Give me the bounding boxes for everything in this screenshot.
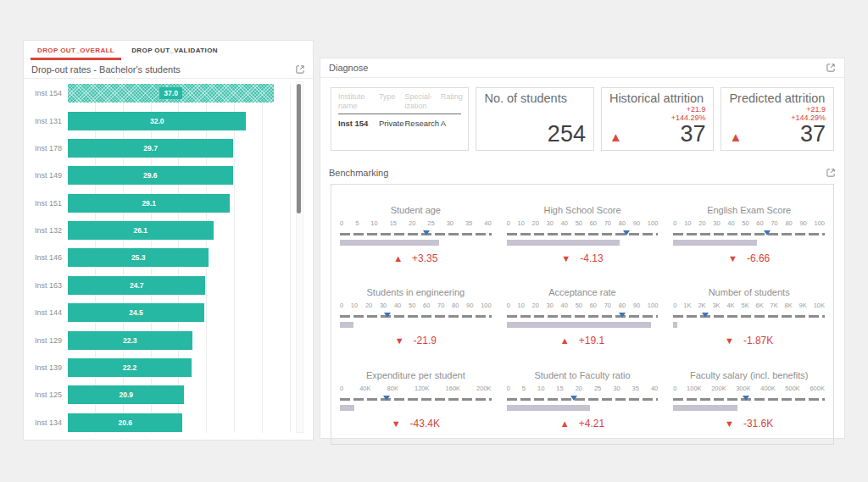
- gauge-tick-label: 30: [613, 385, 620, 392]
- bar-track: 26.1: [68, 221, 291, 240]
- tab-drop-out-validation[interactable]: DROP OUT_VALIDATION: [123, 41, 226, 60]
- gauge-tick-label: 30: [713, 219, 720, 227]
- bar-row: Inst 14625.3: [24, 247, 291, 268]
- bar-inst-151[interactable]: 29.1: [68, 194, 230, 213]
- report-tabs: DROP OUT_OVERALL DROP OUT_VALIDATION: [24, 41, 313, 60]
- bar-track: 25.3: [68, 248, 291, 267]
- gauge-tick-label: 100: [814, 219, 825, 227]
- gauge-tick-label: 30: [447, 219, 453, 227]
- bar-inst-129[interactable]: 22.3: [68, 331, 192, 350]
- gauge-tick-label: 0: [507, 219, 510, 227]
- gauge-title: Student to Faculty ratio: [507, 370, 659, 380]
- gauge-range-dashed-line: [673, 315, 825, 318]
- bar-inst-132[interactable]: 26.1: [68, 221, 214, 240]
- bar-inst-163[interactable]: 24.7: [68, 276, 205, 295]
- gauge-axis-ticks: 0102030405060708090100: [507, 302, 659, 309]
- gauge-tick-label: 10: [370, 219, 377, 227]
- gauge-title: Acceptance rate: [507, 287, 659, 297]
- bar-category-label: Inst 149: [24, 171, 68, 180]
- bar-value-label: 29.1: [142, 199, 156, 208]
- bar-category-label: Inst 132: [24, 226, 68, 235]
- bar-inst-178[interactable]: 29.7: [68, 139, 233, 158]
- gauge-tick-label: 80K: [387, 385, 398, 392]
- down-triangle-icon: ▼: [728, 253, 737, 263]
- bar-track: 29.7: [68, 139, 291, 158]
- gauge-title: High School Score: [507, 205, 659, 215]
- kpi-title: Predicted attrition: [729, 91, 826, 105]
- bar-inst-154[interactable]: 37.0: [68, 84, 274, 102]
- gauge-axis: [340, 396, 492, 403]
- bar-category-label: Inst 146: [24, 253, 68, 262]
- table-row[interactable]: Inst 154PrivateResearchA: [338, 114, 461, 128]
- gauge-value-track: [673, 240, 825, 246]
- gauge-tick-label: 15: [556, 385, 563, 392]
- gauge-tick-label: 40: [394, 302, 401, 309]
- gauge-tick-label: 10: [537, 385, 544, 392]
- kpi-card-predicted-attrition: Predicted attrition +21.9 +144.29% ▲ 37: [721, 87, 834, 151]
- gauge-tick-label: 90: [633, 219, 640, 227]
- gauge-delta: ▲+3.35: [340, 252, 492, 264]
- bar-inst-139[interactable]: 22.2: [68, 358, 192, 377]
- gauge-axis-ticks: 01K2K3K4K5K6K7K8K9K10K: [673, 302, 825, 309]
- gauge-tick-label: 0: [340, 385, 343, 392]
- gauge-axis-ticks: 0510152025303540: [340, 219, 492, 227]
- dropout-report-panel: DROP OUT_OVERALL DROP OUT_VALIDATION Dro…: [23, 40, 314, 440]
- gauge-tick-label: 0: [673, 219, 676, 227]
- bar-inst-125[interactable]: 20.9: [68, 385, 184, 404]
- gauge-tick-label: 90: [466, 302, 473, 309]
- tab-drop-out-overall[interactable]: DROP OUT_OVERALL: [29, 41, 123, 60]
- bar-chart-scrollbar[interactable]: [296, 81, 303, 433]
- gauge-axis: [507, 313, 659, 320]
- gauge-delta-value: -21.9: [414, 335, 437, 346]
- gauge-axis-ticks: 0102030405060708090100: [507, 219, 659, 227]
- bar-inst-131[interactable]: 32.0: [68, 112, 246, 130]
- bar-track: 29.6: [68, 166, 291, 185]
- gauge-value-track: [507, 240, 659, 246]
- gauge-tick-label: 5K: [741, 302, 748, 309]
- gauge-tick-label: 25: [427, 219, 434, 227]
- gauge-tick-label: 9K: [799, 302, 807, 309]
- bar-value-label: 26.1: [134, 226, 148, 235]
- gauge-tick-label: 60: [590, 302, 597, 309]
- popout-icon[interactable]: [826, 168, 836, 178]
- up-triangle-icon: ▲: [393, 253, 403, 263]
- gauge-tick-label: 100: [648, 219, 659, 227]
- table-header-cell: Special-ization: [405, 92, 441, 111]
- table-header-cell: Type: [379, 92, 405, 111]
- gauge-tick-label: 20: [532, 219, 539, 227]
- gauge-delta-value: -31.6K: [743, 418, 773, 429]
- gauge-tick-label: 40: [651, 385, 658, 392]
- bar-row: Inst 12922.3: [24, 330, 291, 351]
- kpi-delta: +21.9 +144.29%: [671, 105, 706, 123]
- gauge-tick-label: 80: [452, 302, 459, 309]
- gauge-tick-label: 0: [673, 385, 676, 392]
- bar-inst-146[interactable]: 25.3: [68, 248, 209, 267]
- bar-track: 24.5: [68, 303, 291, 322]
- gauge-tick-label: 60: [756, 219, 763, 227]
- gauge-delta: ▼-6.66: [673, 252, 825, 264]
- benchmark-marker-icon: [743, 396, 749, 401]
- bar-inst-149[interactable]: 29.6: [68, 166, 233, 185]
- gauge-delta-value: -4.13: [580, 252, 603, 264]
- gauge-delta: ▲+19.1: [507, 335, 659, 346]
- bar-category-label: Inst 131: [24, 117, 68, 125]
- gauge-tick-label: 400K: [760, 385, 776, 392]
- bar-value-label: 22.2: [123, 363, 137, 372]
- benchmark-marker-icon: [383, 396, 390, 401]
- gauge-tick-label: 5: [355, 219, 359, 227]
- bar-inst-134[interactable]: 20.6: [68, 413, 182, 432]
- popout-icon[interactable]: [295, 64, 305, 75]
- bar-category-label: Inst 139: [24, 363, 68, 372]
- bar-inst-144[interactable]: 24.5: [68, 303, 204, 322]
- gauge-tick-label: 10: [518, 302, 525, 309]
- gauge-delta-value: -43.4K: [410, 418, 440, 429]
- kpi-title: No. of students: [484, 91, 586, 105]
- popout-icon[interactable]: [826, 63, 836, 73]
- diagnose-header: Diagnose: [320, 58, 844, 78]
- benchmark-marker-icon: [423, 230, 430, 235]
- table-cell: Inst 154: [338, 119, 379, 128]
- bar-category-label: Inst 154: [24, 89, 68, 97]
- bar-track: 20.9: [68, 385, 291, 404]
- bar-track: 32.0: [68, 112, 291, 130]
- scrollbar-thumb[interactable]: [297, 84, 301, 213]
